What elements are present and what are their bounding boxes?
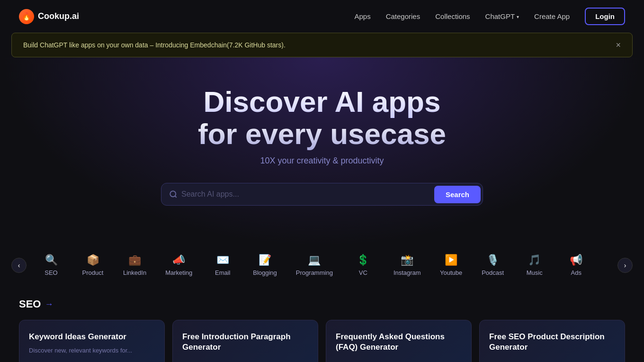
banner-close-button[interactable]: × <box>616 41 621 49</box>
music-label: Music <box>527 269 543 276</box>
cards-row: Keyword Ideas Generator Discover new, re… <box>19 320 625 362</box>
categories-list: 🔍 SEO 📦 Product 💼 LinkedIn 📣 Marketing ✉… <box>27 247 617 283</box>
seo-section: SEO → Keyword Ideas Generator Discover n… <box>0 283 644 362</box>
email-label: Email <box>215 269 231 276</box>
youtube-label: Youtube <box>440 269 462 276</box>
announcement-banner: Build ChatGPT like apps on your own data… <box>11 33 633 57</box>
hero-subtitle: 10X your creativity & productivity <box>9 156 635 166</box>
section-title: SEO <box>19 298 41 310</box>
linkedin-icon: 💼 <box>128 254 141 266</box>
vc-icon: 💲 <box>357 254 369 266</box>
category-item-podcast[interactable]: 🎙️ Podcast <box>474 249 512 281</box>
hero-title-line2: for every usecase <box>9 118 635 150</box>
podcast-icon: 🎙️ <box>486 254 499 266</box>
card-title-seo-product-description: Free SEO Product Description Generator <box>489 332 615 353</box>
chatgpt-label: ChatGPT <box>485 12 515 20</box>
marketing-label: Marketing <box>165 269 192 276</box>
product-icon: 📦 <box>87 254 99 266</box>
ads-label: Ads <box>571 269 581 276</box>
category-item-programming[interactable]: 💻 Programming <box>288 249 340 281</box>
seo-icon: 🔍 <box>45 254 58 266</box>
category-item-product[interactable]: 📦 Product <box>74 249 112 281</box>
youtube-icon: ▶️ <box>445 254 457 266</box>
linkedin-label: LinkedIn <box>123 269 146 276</box>
search-bar: Search <box>161 183 483 206</box>
category-item-blogging[interactable]: 📝 Blogging <box>245 249 285 281</box>
card-title-free-intro-paragraph: Free Introduction Paragraph Generator <box>182 332 308 353</box>
card-faq-generator[interactable]: Frequently Asked Questions (FAQ) Generat… <box>326 320 472 362</box>
logo[interactable]: 🔥 Cookup.ai <box>19 9 79 24</box>
create-app-button[interactable]: Create App <box>534 12 570 20</box>
category-item-instagram[interactable]: 📸 Instagram <box>386 249 429 281</box>
category-item-email[interactable]: ✉️ Email <box>204 249 242 281</box>
email-icon: ✉️ <box>216 254 229 266</box>
ads-icon: 📢 <box>570 254 582 266</box>
login-button[interactable]: Login <box>585 8 625 25</box>
logo-icon: 🔥 <box>19 9 34 24</box>
nav-collections[interactable]: Collections <box>435 12 470 20</box>
marketing-icon: 📣 <box>172 254 185 266</box>
search-input[interactable] <box>181 185 430 203</box>
carousel-prev-button[interactable]: ‹ <box>11 258 27 273</box>
category-item-music[interactable]: 🎵 Music <box>516 249 554 281</box>
logo-text: Cookup.ai <box>38 11 79 21</box>
category-item-ads[interactable]: 📢 Ads <box>557 249 595 281</box>
nav-links: Apps Categories Collections ChatGPT ▾ Cr… <box>354 8 625 25</box>
instagram-icon: 📸 <box>401 254 413 266</box>
section-title-row: SEO → <box>19 298 625 310</box>
flame-icon: 🔥 <box>22 12 31 21</box>
categories-row: ‹ 🔍 SEO 📦 Product 💼 LinkedIn 📣 Marketing… <box>0 247 644 283</box>
blogging-icon: 📝 <box>259 254 271 266</box>
hero-section: Discover AI apps for every usecase 10X y… <box>0 57 644 247</box>
programming-icon: 💻 <box>308 254 321 266</box>
chevron-down-icon: ▾ <box>517 14 519 19</box>
product-label: Product <box>82 269 104 276</box>
banner-text: Build ChatGPT like apps on your own data… <box>23 41 286 49</box>
seo-label: SEO <box>45 269 57 276</box>
search-icon <box>169 190 178 199</box>
card-seo-product-description[interactable]: Free SEO Product Description Generator <box>479 320 625 362</box>
vc-label: VC <box>359 269 367 276</box>
search-button[interactable]: Search <box>434 186 481 203</box>
carousel-next-button[interactable]: › <box>617 258 633 273</box>
podcast-label: Podcast <box>482 269 504 276</box>
category-item-linkedin[interactable]: 💼 LinkedIn <box>116 249 154 281</box>
chevron-left-icon: ‹ <box>18 262 20 269</box>
programming-label: Programming <box>296 269 333 276</box>
section-arrow[interactable]: → <box>45 299 53 309</box>
hero-title-line1: Discover AI apps <box>9 86 635 118</box>
nav-categories[interactable]: Categories <box>386 12 420 20</box>
card-title-keyword-ideas: Keyword Ideas Generator <box>29 332 155 342</box>
music-icon: 🎵 <box>528 254 541 266</box>
nav-chatgpt[interactable]: ChatGPT ▾ <box>485 12 519 20</box>
blogging-label: Blogging <box>253 269 277 276</box>
card-keyword-ideas[interactable]: Keyword Ideas Generator Discover new, re… <box>19 320 165 362</box>
card-title-faq-generator: Frequently Asked Questions (FAQ) Generat… <box>336 332 462 353</box>
category-item-marketing[interactable]: 📣 Marketing <box>158 249 200 281</box>
category-item-youtube[interactable]: ▶️ Youtube <box>432 249 470 281</box>
category-item-vc[interactable]: 💲 VC <box>344 249 382 281</box>
instagram-label: Instagram <box>394 269 421 276</box>
navbar: 🔥 Cookup.ai Apps Categories Collections … <box>0 0 644 33</box>
category-item-seo[interactable]: 🔍 SEO <box>32 249 70 281</box>
chevron-right-icon: › <box>624 262 626 269</box>
card-free-intro-paragraph[interactable]: Free Introduction Paragraph Generator <box>172 320 318 362</box>
svg-point-0 <box>170 191 176 197</box>
card-desc-keyword-ideas: Discover new, relevant keywords for... <box>29 346 155 355</box>
nav-apps[interactable]: Apps <box>354 12 370 20</box>
